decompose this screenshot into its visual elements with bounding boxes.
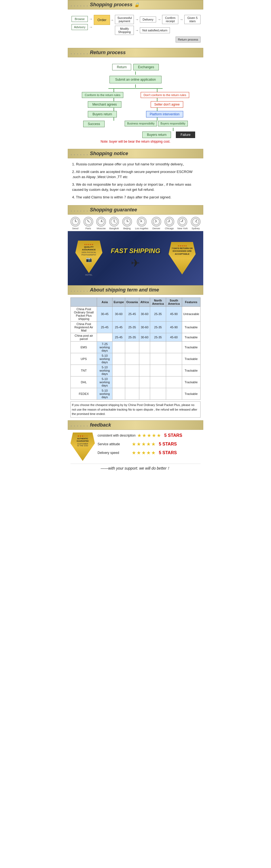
shipping-cell-7-0: FEDEX [71,388,97,400]
clock-newyork: New York [177,217,188,230]
business-resp-btn[interactable]: Business responsibility [125,121,157,126]
guarantee-banner: ★★★★★ QUALITY ASSURANCE 100% PHYSICAL PH… [68,231,203,285]
shipping-section: . . . . . . About shipping term and time… [68,285,203,420]
shipping-cell-2-2: 25-45 [112,333,125,342]
shipping-cell-4-0: UPS [71,353,97,365]
clock-denver: Denver [152,217,161,230]
shipping-cell-4-7: Trackable [182,353,200,365]
star-0-1: ★ [142,433,146,438]
svg-line-20 [155,222,156,222]
star-2-3: ★ [146,450,151,456]
shipping-cell-6-6 [166,376,182,388]
arrow-4: → [135,17,139,22]
star-0-4: ★ [157,433,161,438]
clock-label-chicago: Chicago [165,227,174,230]
success-btn[interactable]: Success [83,121,105,127]
feedback-label-1: Service attitude [98,442,130,446]
clock-bangkok: Bangkok [109,217,119,230]
shipping-cell-6-0: DHL [71,376,97,388]
buyers-resp-btn[interactable]: Buyers responsibility [158,121,188,126]
shipping-cell-5-3 [125,365,139,376]
star-1-1: ★ [137,441,141,447]
clock-face-paris [83,217,93,226]
seller-dont-agree-btn[interactable]: Seller don't agree [151,101,183,108]
shipping-title: About shipping term and time [90,287,159,293]
shipping-cell-5-2 [112,365,125,376]
merchant-agrees-btn[interactable]: Merchant agrees [88,101,121,108]
shipping-table-row: UPS5-10 working daysTrackable [71,353,200,365]
shipping-cell-3-1: 7-25 working days [97,342,112,353]
header-dots: . . . . . . [71,3,88,7]
dont-conform-btn[interactable]: Don't conform to the return rules [141,92,189,98]
exchanges-btn[interactable]: Exchanges [133,64,159,70]
shipping-cell-2-7: Trackable [182,333,200,342]
star-0-3: ★ [152,433,156,438]
star-2-4: ★ [151,450,156,456]
shipping-cell-4-3 [125,353,139,365]
stars-label-0: 5 STARS [164,433,182,438]
shipping-cell-0-4: 30-60 [139,307,150,321]
shipping-cell-4-6 [166,353,182,365]
plane-icon: ✈ [131,257,140,269]
buyers-return-left-btn[interactable]: Buyers return [88,111,116,118]
star-0-0: ★ [137,433,141,438]
flow-confirm-receipt: Confirm receipt [162,15,178,24]
shopping-process-content: Browse → Advisory → Order → Succes [68,9,203,48]
shipping-cell-2-6: 45-60 [166,333,182,342]
shipping-table-row: China post air parcel25-4525-3530-6025-3… [71,333,200,342]
conform-btn[interactable]: Conform to the return rules [82,92,123,98]
failure-btn[interactable]: Failure [176,131,195,138]
clock-chicago: Chicago [164,217,174,230]
clocks-row: Seoul Paris Moscow [68,215,203,231]
svg-line-19 [156,220,156,222]
shipping-cell-6-2 [112,376,125,388]
right-shield: ★★★★★ 7 DAYS RETURN OR EXCHANGED ARE ACC… [167,242,197,274]
shopping-guarantee-section: . . . . . . Shopping guarantee Seoul [68,205,203,285]
col-method [71,298,97,307]
shipping-cell-6-7: Trackable [182,376,200,388]
shipping-cell-1-6: 45-90 [166,321,182,333]
shipping-table-row: China Post Registered Air Mail25-4525-45… [71,321,200,333]
star-1-4: ★ [151,441,156,447]
feedback-title: feedback [90,422,111,428]
return-process-section: . . . . . . Return process Return Exchan… [68,48,203,149]
platform-intervention-btn[interactable]: Platform intervention [146,111,183,118]
shipping-cell-0-2: 30-60 [112,307,125,321]
arrow-2: → [89,25,93,29]
clock-label-la: Los Angeles [135,227,148,230]
feedback-label-2: Delivery speed [98,451,130,455]
shipping-cell-3-0: EMS [71,342,97,353]
arrow-5: → [157,17,161,22]
star-2-2: ★ [141,450,146,456]
clock-beijing: Beijing [122,217,132,230]
shipping-cell-5-4 [139,365,150,376]
stars-1: ★★★★★ [132,441,156,447]
fast-shipping-area: FAST SHIPPING ✈ [111,247,160,269]
clock-face-beijing [122,217,132,226]
shipping-cell-2-4: 30-60 [139,333,150,342]
authentic-badge-container: ★★★☆☆ AUTHENTIC GUARANTEE CUSTOMER IS TH… [71,433,95,461]
shipping-cell-6-1: 5-10 working days [97,376,112,388]
shipping-table-row: FEDEX5-10 working daysTrackable [71,388,200,400]
clock-label-paris: Paris [85,227,91,230]
badge-text1: AUTHENTIC GUARANTEE [71,437,95,442]
star-2-1: ★ [137,450,141,456]
return-btn[interactable]: Return [112,64,131,70]
shipping-cell-2-0: China post air parcel [71,333,97,342]
hotel-label: HOTEL [85,274,93,276]
shipping-cell-0-1: 30-45 [97,307,112,321]
shipping-cell-3-7: Trackable [182,342,200,353]
buyers-return-right-btn[interactable]: Buyers return [142,131,171,138]
svg-line-22 [169,219,169,222]
submit-btn[interactable]: Submit an online application [109,76,162,83]
shipping-cell-0-7: Untraceable [182,307,200,321]
shipping-cell-1-4: 30-60 [139,321,150,333]
arrow-7: → [135,28,139,32]
shopping-notice-title: Shopping notice [90,151,128,156]
star-1-3: ★ [146,441,151,447]
shipping-cell-0-0: China Post Ordinary Small Packet Plus sh… [71,307,97,321]
flow-successful-payment: Successful payment [115,15,134,24]
shipping-cell-4-5 [150,353,166,365]
header-dots-5: . . . . . . [71,288,88,292]
stars-0: ★★★★★ [137,433,161,438]
